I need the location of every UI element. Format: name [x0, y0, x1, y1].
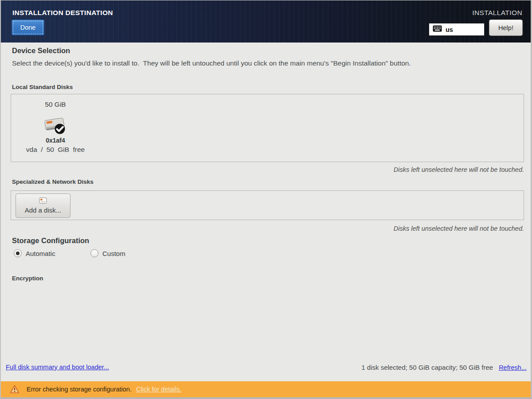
refresh-link[interactable]: Refresh... — [499, 364, 527, 371]
disk-selection-status: 1 disk selected; 50 GiB capacity; 50 GiB… — [361, 364, 493, 371]
add-disk-label: Add a disk... — [25, 206, 62, 214]
radio-unselected-icon — [90, 249, 98, 257]
warning-bar: Error checking storage configuration. Cl… — [1, 381, 531, 397]
help-button[interactable]: Help! — [489, 19, 523, 36]
keyboard-layout-value: us — [446, 26, 453, 33]
network-disks-note: Disks left unselected here will not be t… — [394, 225, 524, 232]
keyboard-icon — [433, 25, 442, 34]
hard-drive-icon — [43, 115, 68, 136]
installer-window: INSTALLATION DESTINATION Done INSTALLATI… — [0, 0, 532, 399]
storage-config-heading: Storage Configuration — [12, 236, 89, 245]
disk-size: 50 GiB — [45, 101, 66, 108]
device-selection-description: Select the device(s) you'd like to insta… — [12, 59, 411, 67]
warning-details-link[interactable]: Click for details. — [136, 386, 181, 393]
page-title: INSTALLATION DESTINATION — [12, 9, 113, 17]
network-disks-panel: Add a disk... — [11, 190, 524, 220]
header-bar: INSTALLATION DESTINATION Done INSTALLATI… — [1, 0, 531, 43]
small-disk-icon — [39, 198, 47, 205]
custom-radio[interactable]: Custom — [90, 249, 125, 257]
check-badge-icon — [55, 124, 65, 134]
full-disk-summary-link[interactable]: Full disk summary and boot loader... — [6, 364, 109, 371]
encryption-heading: Encryption — [12, 275, 43, 282]
network-disks-heading: Specialized & Network Disks — [12, 178, 94, 185]
local-disks-heading: Local Standard Disks — [12, 84, 73, 90]
partitioning-options: Automatic Custom — [14, 249, 125, 257]
radio-selected-icon — [14, 249, 22, 257]
disk-name: 0x1af4 — [46, 137, 65, 144]
disk-details: vda / 50 GiB free — [26, 146, 85, 154]
footer-status-area: 1 disk selected; 50 GiB capacity; 50 GiB… — [361, 364, 527, 371]
local-disks-panel: 50 GiB 0x1af4 vda / 50 GiB free — [11, 94, 524, 162]
installation-label: INSTALLATION — [472, 9, 522, 17]
automatic-radio[interactable]: Automatic — [14, 249, 90, 257]
warning-triangle-icon — [10, 385, 20, 394]
warning-message: Error checking storage configuration. — [27, 386, 132, 393]
add-disk-button[interactable]: Add a disk... — [16, 194, 70, 218]
local-disks-note: Disks left unselected here will not be t… — [394, 166, 524, 173]
disk-tile-vda[interactable]: 50 GiB 0x1af4 vda / 50 GiB free — [16, 98, 94, 154]
done-button[interactable]: Done — [12, 19, 44, 35]
device-selection-heading: Device Selection — [12, 46, 70, 55]
keyboard-layout-selector[interactable]: us — [429, 23, 485, 36]
